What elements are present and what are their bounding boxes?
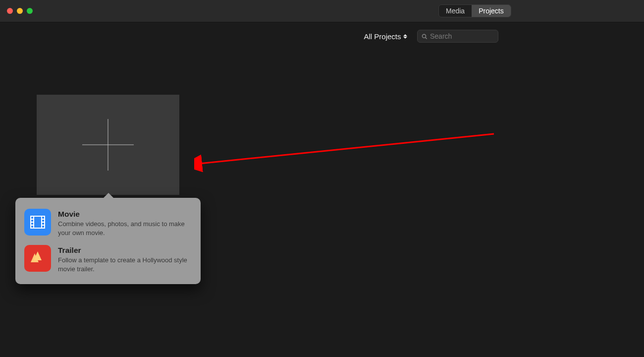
projects-content (0, 50, 644, 195)
svg-line-1 (425, 37, 427, 39)
toolbar: All Projects (0, 22, 644, 50)
new-project-popover: Movie Combine videos, photos, and music … (15, 198, 201, 284)
titlebar: Media Projects (0, 0, 644, 22)
svg-point-0 (422, 34, 426, 38)
clapper-icon (24, 245, 51, 272)
film-icon (24, 209, 51, 236)
menu-item-text: Movie Combine videos, photos, and music … (58, 209, 192, 237)
menu-item-text: Trailer Follow a template to create a Ho… (58, 245, 192, 273)
menu-item-description: Follow a template to create a Hollywood … (58, 256, 192, 273)
chevron-updown-icon (403, 33, 408, 40)
close-window-button[interactable] (7, 8, 13, 14)
menu-item-title: Trailer (58, 246, 192, 255)
menu-item-title: Movie (58, 210, 192, 219)
maximize-window-button[interactable] (27, 8, 33, 14)
menu-item-description: Combine videos, photos, and music to mak… (58, 220, 192, 237)
create-new-project-tile[interactable] (37, 95, 179, 195)
menu-item-movie[interactable]: Movie Combine videos, photos, and music … (24, 205, 192, 241)
search-box[interactable] (417, 30, 498, 43)
projects-filter-dropdown[interactable]: All Projects (364, 32, 408, 41)
view-switcher: Media Projects (438, 4, 511, 17)
minimize-window-button[interactable] (17, 8, 23, 14)
window-controls (7, 8, 33, 14)
tab-projects[interactable]: Projects (472, 5, 511, 17)
tab-media[interactable]: Media (439, 5, 472, 17)
menu-item-trailer[interactable]: Trailer Follow a template to create a Ho… (24, 241, 192, 277)
search-icon (422, 33, 427, 40)
search-input[interactable] (430, 32, 494, 40)
plus-icon (82, 119, 134, 171)
dropdown-label: All Projects (364, 32, 401, 41)
